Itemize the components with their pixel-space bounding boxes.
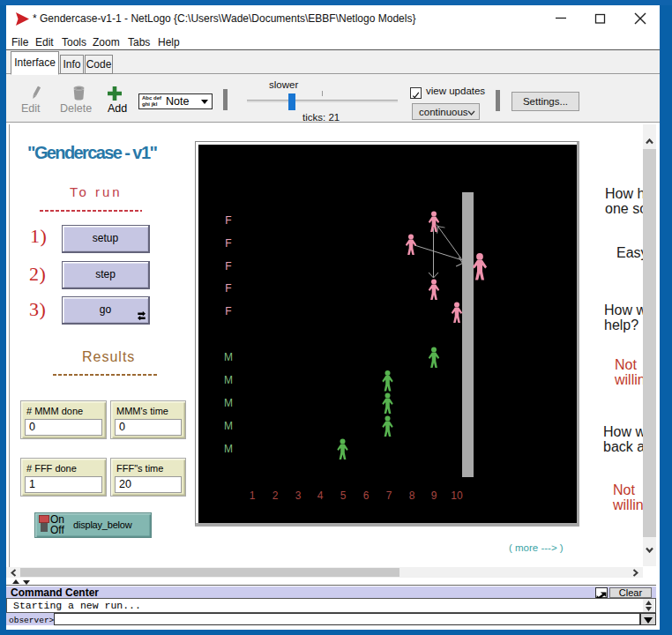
svg-text:2: 2	[273, 489, 279, 502]
svg-text:6: 6	[363, 489, 370, 502]
svg-text:4: 4	[317, 489, 324, 502]
svg-text:9: 9	[431, 489, 437, 502]
svg-text:M: M	[224, 443, 233, 455]
svg-text:M: M	[224, 420, 233, 432]
svg-text:10: 10	[451, 489, 463, 502]
svg-text:1: 1	[250, 489, 256, 502]
svg-text:F: F	[225, 237, 231, 250]
svg-text:F: F	[225, 305, 231, 318]
svg-text:3: 3	[295, 489, 302, 502]
svg-text:F: F	[225, 214, 231, 227]
svg-text:8: 8	[409, 489, 415, 502]
svg-text:7: 7	[386, 489, 392, 502]
svg-text:5: 5	[340, 489, 347, 502]
svg-text:F: F	[225, 282, 231, 295]
svg-text:F: F	[225, 260, 231, 273]
svg-text:M: M	[224, 351, 233, 363]
svg-text:M: M	[224, 397, 233, 409]
svg-text:M: M	[224, 374, 233, 386]
